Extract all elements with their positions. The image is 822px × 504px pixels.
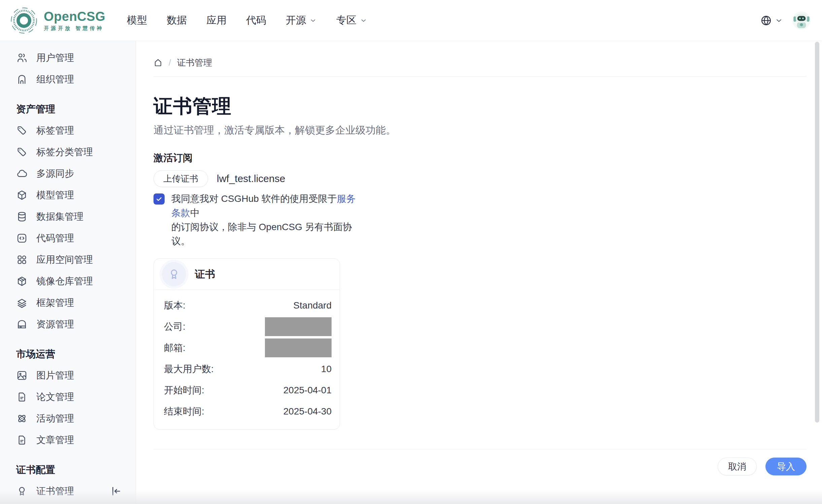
- page-subtitle: 通过证书管理，激活专属版本，解锁更多企业级功能。: [153, 123, 807, 137]
- agreement-row: 我同意我对 CSGHub 软件的使用受限于服务条款中 的订阅协议，除非与 Ope…: [153, 192, 807, 248]
- chevron-down-icon: [309, 17, 317, 24]
- nav-item-spaces[interactable]: 应用: [206, 13, 227, 27]
- cloud-icon: [16, 168, 28, 179]
- check-icon: [156, 195, 163, 203]
- sidebar-item-events[interactable]: 活动管理: [0, 408, 136, 429]
- cert-row-max-users: 最大用户数: 10: [164, 358, 332, 380]
- sidebar-section-license-config: 证书配置: [0, 460, 136, 480]
- breadcrumb-current: 证书管理: [177, 57, 212, 69]
- topbar: OpenCSG 开源开放 智慧传神 模型 数据 应用 代码 开源 专区: [0, 0, 822, 41]
- chevron-down-icon: [775, 16, 783, 25]
- nav-item-codes[interactable]: 代码: [246, 13, 266, 27]
- layers-icon: [16, 297, 28, 309]
- drive-icon: [16, 319, 28, 330]
- sidebar-item-tags[interactable]: 标签管理: [0, 120, 136, 141]
- atom-icon: [16, 413, 28, 424]
- sidebar-section-marketing: 市场运营: [0, 344, 136, 365]
- breadcrumb: / 证书管理: [153, 57, 807, 68]
- cube-icon: [16, 189, 28, 201]
- robot-avatar-image: [792, 11, 811, 30]
- brand-name: OpenCSG: [44, 9, 105, 24]
- certificate-card-title: 证书: [195, 267, 215, 281]
- home-icon[interactable]: [153, 58, 163, 67]
- license-management-page: / 证书管理 证书管理 通过证书管理，激活专属版本，解锁更多企业级功能。 激活订…: [136, 41, 822, 504]
- import-button[interactable]: 导入: [765, 458, 807, 475]
- image-icon: [16, 370, 28, 381]
- certificate-badge: [162, 262, 186, 286]
- sidebar-item-models[interactable]: 模型管理: [0, 184, 136, 206]
- organization-icon: [16, 74, 28, 85]
- admin-sidebar: 用户管理 组织管理 资产管理 标签管理 标签分类管理 多源同步 模型管理 数据集…: [0, 41, 136, 504]
- users-icon: [16, 52, 28, 64]
- sidebar-item-papers[interactable]: 论文管理: [0, 386, 136, 408]
- uploaded-file-name: lwf_test.license: [217, 173, 285, 184]
- nav-item-zones[interactable]: 专区: [336, 13, 367, 27]
- cert-row-email: 邮箱:: [164, 337, 332, 358]
- opencsg-logo[interactable]: OpenCSG 开源开放 智慧传神: [9, 6, 105, 35]
- cert-row-company: 公司:: [164, 316, 332, 337]
- nav-item-models[interactable]: 模型: [127, 13, 147, 27]
- sidebar-item-articles[interactable]: 文章管理: [0, 429, 136, 451]
- redacted-email-value: [265, 338, 332, 357]
- collapse-sidebar-icon: [110, 485, 122, 497]
- award-icon: [168, 268, 180, 281]
- chevron-down-icon: [360, 17, 367, 24]
- sidebar-item-organizations[interactable]: 组织管理: [0, 69, 136, 90]
- code-icon: [16, 232, 28, 244]
- sidebar-item-datasets[interactable]: 数据集管理: [0, 206, 136, 227]
- redacted-company-value: [265, 317, 332, 336]
- database-icon: [16, 211, 28, 222]
- sidebar-item-resources[interactable]: 资源管理: [0, 314, 136, 335]
- opencsg-logo-icon: [9, 6, 38, 35]
- sidebar-item-image-registry[interactable]: 镜像仓库管理: [0, 271, 136, 292]
- sidebar-item-tag-categories[interactable]: 标签分类管理: [0, 141, 136, 163]
- topbar-right: [760, 11, 811, 30]
- nav-item-datasets[interactable]: 数据: [167, 13, 187, 27]
- vertical-scrollbar-thumb[interactable]: [815, 42, 819, 423]
- globe-icon: [760, 14, 772, 27]
- sidebar-item-codes[interactable]: 代码管理: [0, 227, 136, 249]
- agreement-text: 我同意我对 CSGHub 软件的使用受限于服务条款中 的订阅协议，除非与 Ope…: [171, 192, 363, 248]
- certificate-card-body: 版本: Standard 公司: 邮箱: 最大用户数: 10 开始时间:: [154, 290, 340, 429]
- sidebar-item-images[interactable]: 图片管理: [0, 365, 136, 386]
- activation-section-title: 激活订阅: [153, 151, 807, 165]
- breadcrumb-divider: [153, 76, 807, 77]
- file-text-icon: [16, 434, 28, 446]
- package-icon: [16, 276, 28, 287]
- nav-item-opensource[interactable]: 开源: [286, 13, 317, 27]
- breadcrumb-separator: /: [169, 58, 171, 68]
- footer-divider: [153, 449, 807, 449]
- page-title: 证书管理: [153, 94, 807, 119]
- sidebar-item-frameworks[interactable]: 框架管理: [0, 292, 136, 314]
- agreement-checkbox[interactable]: [153, 193, 165, 205]
- upload-certificate-button[interactable]: 上传证书: [153, 170, 208, 187]
- user-avatar[interactable]: [792, 11, 811, 30]
- cancel-button[interactable]: 取消: [718, 458, 757, 475]
- sidebar-section-assets: 资产管理: [0, 99, 136, 120]
- certificate-card: 证书 版本: Standard 公司: 邮箱: 最大用户数: 10: [153, 258, 340, 430]
- sidebar-item-users[interactable]: 用户管理: [0, 47, 136, 69]
- upload-row: 上传证书 lwf_test.license: [153, 170, 807, 187]
- brand-tagline: 开源开放 智慧传神: [44, 25, 105, 32]
- file-text-icon: [16, 391, 28, 403]
- award-icon: [16, 485, 28, 497]
- tag-icon: [16, 146, 28, 158]
- cert-row-start-date: 开始时间: 2025-04-01: [164, 380, 332, 401]
- apps-icon: [16, 254, 28, 265]
- cert-row-end-date: 结束时间: 2025-04-30: [164, 401, 332, 422]
- tag-icon: [16, 125, 28, 136]
- footer-actions: 取消 导入: [153, 458, 807, 475]
- sidebar-item-spaces[interactable]: 应用空间管理: [0, 249, 136, 271]
- sidebar-collapse-button[interactable]: [110, 485, 122, 497]
- main-nav: 模型 数据 应用 代码 开源 专区: [127, 13, 367, 27]
- cert-row-version: 版本: Standard: [164, 295, 332, 316]
- language-switcher[interactable]: [760, 14, 783, 27]
- sidebar-item-multi-source-sync[interactable]: 多源同步: [0, 163, 136, 184]
- certificate-card-header: 证书: [154, 259, 340, 290]
